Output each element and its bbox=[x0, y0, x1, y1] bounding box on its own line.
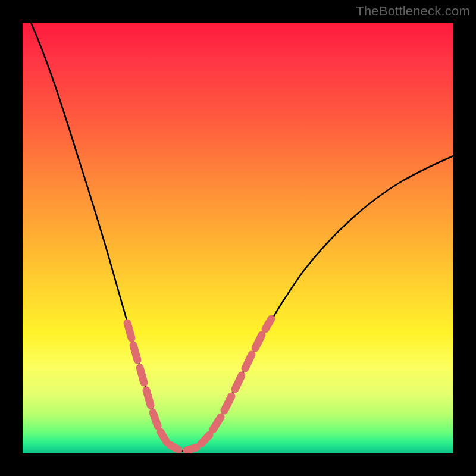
svg-line-0 bbox=[127, 323, 131, 338]
bottleneck-curve bbox=[31, 23, 453, 452]
svg-line-6 bbox=[170, 445, 178, 450]
svg-line-14 bbox=[265, 319, 271, 329]
bottleneck-curve-svg bbox=[23, 23, 453, 453]
svg-line-11 bbox=[235, 375, 242, 389]
chart-frame: TheBottleneck.com bbox=[0, 0, 476, 476]
svg-line-2 bbox=[140, 368, 144, 383]
svg-line-8 bbox=[201, 435, 209, 444]
highlight-dashes-right bbox=[187, 319, 271, 450]
watermark-text: TheBottleneck.com bbox=[356, 4, 470, 19]
svg-line-4 bbox=[153, 412, 158, 426]
svg-line-7 bbox=[187, 447, 196, 450]
svg-line-3 bbox=[146, 390, 151, 405]
svg-line-10 bbox=[224, 396, 231, 411]
svg-line-5 bbox=[161, 432, 167, 442]
highlight-dashes-left bbox=[127, 323, 178, 450]
svg-line-9 bbox=[213, 417, 221, 430]
svg-line-1 bbox=[133, 345, 137, 360]
svg-line-13 bbox=[255, 335, 262, 348]
plot-area bbox=[23, 23, 453, 453]
svg-line-12 bbox=[245, 355, 252, 368]
